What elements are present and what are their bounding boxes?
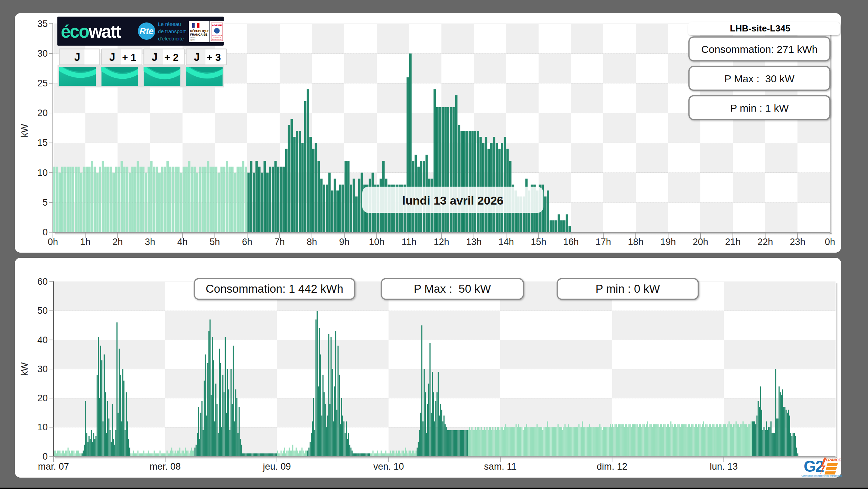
svg-text:30: 30 (37, 48, 48, 59)
svg-text:J: J (74, 51, 80, 63)
svg-text:10h: 10h (369, 237, 384, 247)
svg-text:FRANCE: FRANCE (826, 458, 841, 462)
svg-text:sam. 11: sam. 11 (484, 461, 516, 472)
svg-text:d'électricité: d'électricité (158, 36, 184, 41)
svg-text:10: 10 (37, 168, 48, 178)
svg-text:20: 20 (37, 393, 48, 403)
svg-text:20h: 20h (693, 237, 708, 247)
svg-text:0h: 0h (48, 237, 58, 247)
svg-text:P min : 1 kW: P min : 1 kW (730, 102, 789, 114)
svg-text:5h: 5h (209, 237, 220, 247)
svg-text:16h: 16h (563, 237, 579, 247)
svg-text:23h: 23h (790, 237, 805, 247)
svg-text:14h: 14h (498, 237, 514, 247)
svg-text:ADEME: ADEME (212, 24, 222, 27)
svg-text:J: J (109, 51, 115, 63)
svg-text:mar. 07: mar. 07 (38, 461, 69, 472)
svg-text:P Max : 30 kW: P Max : 30 kW (725, 73, 795, 84)
svg-text:2h: 2h (112, 237, 123, 247)
svg-text:18h: 18h (628, 237, 643, 247)
svg-text:40: 40 (37, 335, 48, 345)
svg-text:35: 35 (37, 19, 48, 29)
svg-text:21h: 21h (725, 237, 740, 247)
svg-text:LHB-site-L345: LHB-site-L345 (730, 23, 791, 34)
svg-text:mer. 08: mer. 08 (150, 461, 181, 472)
svg-text:de transport: de transport (158, 28, 186, 34)
svg-text:25: 25 (37, 78, 48, 88)
svg-text:lundi 13 avril 2026: lundi 13 avril 2026 (402, 194, 504, 207)
svg-text:ven. 10: ven. 10 (373, 461, 404, 472)
svg-text:4h: 4h (177, 237, 188, 247)
svg-text:dim. 12: dim. 12 (597, 461, 627, 472)
svg-text:Consommation: 1 442 kWh: Consommation: 1 442 kWh (206, 282, 343, 295)
svg-text:19h: 19h (660, 237, 676, 247)
svg-text:jeu. 09: jeu. 09 (263, 461, 291, 472)
svg-text:FRANÇAISE: FRANÇAISE (190, 33, 207, 36)
svg-text:G2: G2 (804, 457, 824, 475)
svg-text:20: 20 (37, 108, 48, 118)
svg-text:+ 3: + 3 (207, 52, 221, 63)
svg-text:5: 5 (43, 197, 48, 208)
svg-text:Consommation: 271 kWh: Consommation: 271 kWh (701, 44, 818, 55)
svg-text:Rte: Rte (140, 26, 153, 36)
svg-text:1h: 1h (80, 237, 91, 247)
svg-text:+ 2: + 2 (164, 52, 178, 63)
svg-text:30: 30 (37, 364, 48, 374)
svg-text:17h: 17h (596, 237, 611, 247)
svg-text:11h: 11h (402, 237, 417, 247)
svg-text:3h: 3h (145, 237, 155, 247)
svg-text:kW: kW (19, 124, 30, 138)
svg-text:J: J (151, 51, 157, 63)
svg-text:12h: 12h (433, 237, 449, 247)
svg-text:P Max : 50 kW: P Max : 50 kW (414, 282, 491, 295)
svg-text:8h: 8h (307, 237, 317, 247)
svg-text:Égalité: Égalité (190, 39, 196, 41)
svg-text:ÉCOLOGIQUE: ÉCOLOGIQUE (212, 38, 222, 40)
svg-text:Optimisation des ressources én: Optimisation des ressources énergétiques (801, 474, 842, 477)
svg-text:Le réseau: Le réseau (158, 21, 181, 27)
svg-text:0: 0 (43, 451, 48, 462)
svg-text:9h: 9h (339, 237, 349, 247)
svg-text:écowatt: écowatt (61, 22, 121, 41)
svg-text:lun. 13: lun. 13 (710, 461, 738, 472)
svg-text:kW: kW (19, 362, 30, 376)
svg-text:60: 60 (37, 276, 48, 287)
svg-text:J: J (194, 51, 200, 63)
svg-text:6h: 6h (242, 237, 252, 247)
svg-text:10: 10 (37, 422, 48, 432)
svg-text:15h: 15h (531, 237, 546, 247)
svg-text:22h: 22h (757, 237, 773, 247)
svg-text:0h: 0h (825, 237, 835, 247)
svg-text:50: 50 (37, 305, 48, 316)
svg-text:+ 1: + 1 (122, 52, 136, 63)
svg-text:P min : 0 kW: P min : 0 kW (596, 282, 660, 295)
svg-text:0: 0 (43, 227, 48, 237)
svg-text:7h: 7h (274, 237, 285, 247)
svg-text:13h: 13h (466, 237, 482, 247)
svg-text:RÉPUBLIQUE: RÉPUBLIQUE (190, 29, 209, 33)
svg-text:15: 15 (37, 138, 48, 148)
